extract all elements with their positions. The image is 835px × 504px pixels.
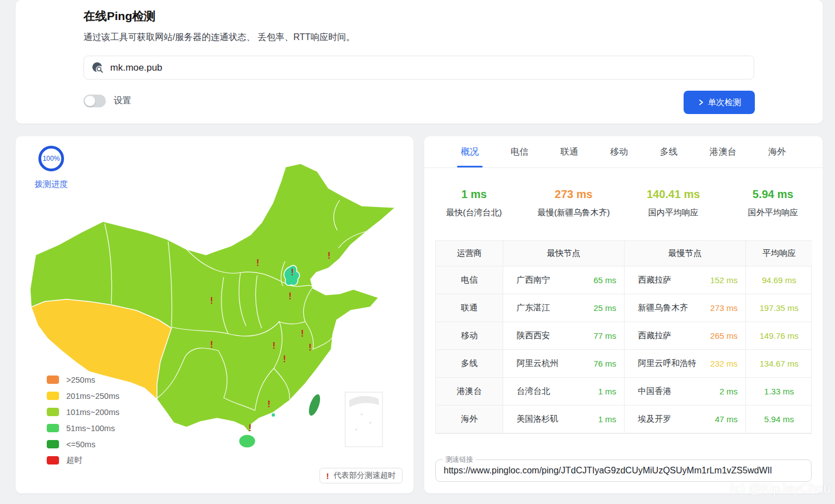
globe-search-icon <box>91 61 104 74</box>
timeout-marker-icon: ! <box>256 258 259 268</box>
cell-slowest-value: 152 ms <box>699 266 745 294</box>
cell-slowest-node: 埃及开罗 <box>624 406 699 433</box>
stat-label: 国外平均响应 <box>723 207 823 218</box>
host-input[interactable]: mk.moe.pub <box>84 56 754 80</box>
cell-average-value: 149.76 ms <box>745 322 812 350</box>
page-title: 在线Ping检测 <box>84 8 156 24</box>
results-tabs: 概况电信联通移动多线港澳台海外 <box>424 136 823 168</box>
legend-item: 超时 <box>47 452 120 468</box>
chevron-right-icon <box>698 99 704 106</box>
tab-海外[interactable]: 海外 <box>768 136 786 167</box>
cell-fastest-node: 美国洛杉矶 <box>503 406 579 433</box>
stat-value: 140.41 ms <box>623 188 723 201</box>
cell-average-value: 197.35 ms <box>745 294 812 322</box>
cell-fastest-value: 1 ms <box>579 406 624 433</box>
speed-link-url[interactable]: https://www.pingloc.com/ping/JTdCJTIyaG9… <box>436 466 811 476</box>
timeout-marker-icon: ! <box>210 339 213 350</box>
cell-slowest-node: 阿里云呼和浩特 <box>624 350 699 378</box>
ping-tool-panel: 在线Ping检测 通过该工具可获取网站/服务器的连通状态、 丢包率、RTT响应时… <box>16 0 823 123</box>
legend-item: >250ms <box>47 372 120 388</box>
cell-slowest-node: 西藏拉萨 <box>624 322 699 350</box>
col-header-average: 平均响应 <box>745 241 812 266</box>
host-input-value: mk.moe.pub <box>110 62 163 73</box>
legend-color-chip <box>47 392 59 400</box>
stat-value: 273 ms <box>524 188 623 201</box>
cell-average-value: 94.69 ms <box>745 266 812 294</box>
inset-dot <box>355 428 357 431</box>
legend-color-chip <box>47 408 59 416</box>
tab-移动[interactable]: 移动 <box>610 136 628 167</box>
cell-fastest-value: 65 ms <box>579 266 624 294</box>
cell-carrier: 移动 <box>436 322 503 350</box>
settings-label: 设置 <box>114 95 131 107</box>
cell-fastest-node: 台湾台北 <box>503 378 579 406</box>
stat-value: 1 ms <box>424 188 524 201</box>
stat-label: 国内平均响应 <box>623 207 723 218</box>
cell-fastest-node: 阿里云杭州 <box>503 350 579 378</box>
timeout-marker-icon: ! <box>291 267 294 278</box>
legend-color-chip <box>47 424 59 432</box>
timeout-marker-icon: ! <box>210 295 213 306</box>
timeout-marker-icon: ! <box>288 291 292 302</box>
cell-fastest-value: 76 ms <box>579 350 624 378</box>
legend-label: 51ms~100ms <box>66 424 115 433</box>
results-panel: 概况电信联通移动多线港澳台海外 1 ms最快(台湾台北)273 ms最慢(新疆乌… <box>424 136 823 493</box>
cell-carrier: 多线 <box>436 350 503 378</box>
legend-color-chip <box>47 456 59 465</box>
cell-carrier: 联通 <box>436 294 503 322</box>
legend-label: 超时 <box>66 455 82 466</box>
tab-概况[interactable]: 概况 <box>461 136 479 167</box>
map-region-taiwan[interactable] <box>306 392 323 417</box>
page-description: 通过该工具可获取网站/服务器的连通状态、 丢包率、RTT响应时间。 <box>84 32 355 43</box>
stat-value: 5.94 ms <box>723 188 823 201</box>
tab-联通[interactable]: 联通 <box>561 136 578 167</box>
map-legend: >250ms201ms~250ms101ms~200ms51ms~100ms<=… <box>47 372 120 468</box>
cell-average-value: 1.33 ms <box>745 378 812 406</box>
tab-电信[interactable]: 电信 <box>510 136 528 167</box>
cell-average-value: 5.94 ms <box>745 406 812 433</box>
cell-carrier: 电信 <box>436 266 503 294</box>
timeout-marker-icon: ! <box>327 250 331 261</box>
summary-stat: 1 ms最快(台湾台北) <box>424 188 524 218</box>
exclamation-icon: ! <box>326 471 329 481</box>
timeout-marker-icon: ! <box>267 399 271 409</box>
map-region-hainan[interactable] <box>239 434 256 448</box>
cell-slowest-value: 232 ms <box>699 350 745 378</box>
legend-item: 51ms~100ms <box>47 420 120 436</box>
speed-link-label: 测速链接 <box>443 455 475 465</box>
cell-slowest-node: 新疆乌鲁木齐 <box>624 294 699 322</box>
legend-color-chip <box>47 375 59 384</box>
cell-fastest-value: 1 ms <box>579 378 624 406</box>
cell-slowest-node: 中国香港 <box>624 378 699 406</box>
summary-stat: 273 ms最慢(新疆乌鲁木齐) <box>524 188 623 218</box>
stat-label: 最慢(新疆乌鲁木齐) <box>524 207 623 218</box>
cell-fastest-node: 广东湛江 <box>503 294 579 322</box>
speed-link-box[interactable]: 测速链接 https://www.pingloc.com/ping/JTdCJT… <box>435 459 812 482</box>
timeout-note-badge: ! 代表部分测速超时 <box>320 468 402 483</box>
legend-label: <=50ms <box>66 440 95 449</box>
cell-fastest-value: 77 ms <box>579 322 624 350</box>
tab-港澳台[interactable]: 港澳台 <box>710 136 736 167</box>
summary-stat: 5.94 ms国外平均响应 <box>723 188 823 218</box>
summary-stats: 1 ms最快(台湾台北)273 ms最慢(新疆乌鲁木齐)140.41 ms国内平… <box>424 188 823 218</box>
cell-slowest-node: 西藏拉萨 <box>624 266 699 294</box>
legend-label: >250ms <box>66 375 95 384</box>
single-test-label: 单次检测 <box>708 97 741 108</box>
settings-toggle[interactable] <box>84 95 106 107</box>
map-panel: 100% 拨测进度 !!!!!!! <box>16 136 414 493</box>
col-header-fastest: 最快节点 <box>503 241 624 266</box>
cell-carrier: 港澳台 <box>436 378 503 406</box>
timeout-marker-icon: ! <box>248 423 252 433</box>
timeout-marker-icon: ! <box>308 342 312 353</box>
map-dot-coastal <box>272 413 275 417</box>
timeout-marker-icon: ! <box>301 328 304 339</box>
legend-color-chip <box>47 440 59 448</box>
cell-average-value: 134.67 ms <box>745 350 812 378</box>
col-header-carrier: 运营商 <box>436 241 503 266</box>
stat-label: 最快(台湾台北) <box>424 207 524 218</box>
single-test-button[interactable]: 单次检测 <box>684 91 755 114</box>
tab-多线[interactable]: 多线 <box>660 136 677 167</box>
legend-label: 201ms~250ms <box>66 392 120 401</box>
inset-dot <box>361 413 363 416</box>
timeout-note-text: 代表部分测速超时 <box>333 471 396 481</box>
